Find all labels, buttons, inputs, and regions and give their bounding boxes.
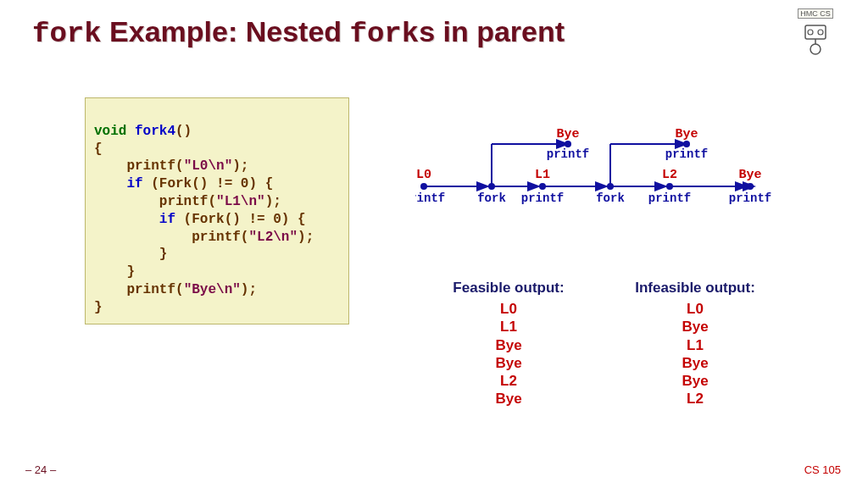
code-t: printf( (94, 158, 184, 174)
code-t: } (94, 300, 103, 315)
svg-point-11 (747, 183, 754, 190)
code-t (94, 176, 126, 191)
code-t: } (94, 264, 135, 280)
svg-point-4 (810, 44, 821, 54)
diag-branch-lbl: Bye (675, 127, 698, 141)
code-t: (Fork() != 0) { (175, 212, 306, 227)
infeasible-val: Bye (602, 318, 788, 336)
diag-lbl: L2 (662, 168, 677, 182)
infeasible-val: L1 (602, 336, 788, 354)
infeasible-val: L2 (602, 390, 788, 408)
code-kw: if (126, 176, 142, 191)
feasible-val: L2 (415, 372, 602, 390)
title-text-2: s in parent (419, 15, 565, 47)
diag-lbl: L1 (535, 168, 550, 182)
diag-branch-lbl: Bye (556, 127, 579, 141)
title-code-2: fork (350, 18, 420, 50)
code-str: "Bye\n" (184, 282, 241, 297)
feasible-hdr: Feasible output: (415, 280, 602, 297)
code-kw: void (94, 124, 126, 139)
feasible-val: L0 (415, 300, 602, 318)
feasible-val: Bye (415, 354, 602, 372)
feasible-val: L1 (415, 318, 602, 336)
diag-lbl: Bye (738, 168, 761, 182)
svg-point-1 (808, 30, 813, 35)
svg-point-19 (565, 141, 571, 147)
slide-title: fork Example: Nested forks in parent (32, 15, 565, 50)
diag-sub: printf (521, 191, 564, 205)
diag-sub: printf (648, 191, 691, 205)
code-t: ); (265, 194, 281, 209)
course-label: CS 105 (804, 463, 841, 476)
code-t: ); (298, 230, 314, 245)
page-number: – 24 – (25, 463, 56, 476)
code-t: ); (232, 158, 248, 174)
diag-sub: fork (477, 191, 506, 205)
diag-sub: fork (596, 191, 625, 205)
hmc-logo: HMC CS (790, 8, 841, 59)
feasible-column: Feasible output: L0 L1 Bye Bye L2 Bye (415, 280, 602, 408)
title-code-1: fork (32, 18, 102, 50)
infeasible-val: Bye (602, 372, 788, 390)
infeasible-column: Infeasible output: L0 Bye L1 Bye Bye L2 (602, 280, 788, 408)
outputs-table: Feasible output: L0 L1 Bye Bye L2 Bye In… (415, 280, 788, 408)
diag-sub: printf (415, 191, 445, 205)
feasible-val: Bye (415, 390, 602, 408)
diag-sub: printf (729, 191, 771, 205)
code-t: (Fork() != 0) { (143, 176, 274, 191)
svg-point-22 (683, 141, 690, 147)
code-block: void fork4() { printf("L0\n"); if (Fork(… (85, 97, 349, 324)
code-t: printf( (94, 194, 216, 209)
diag-branch-sub: printf (665, 147, 708, 161)
code-kw: if (159, 212, 175, 227)
code-t: () (175, 124, 192, 139)
code-t (94, 212, 159, 227)
code-t: printf( (94, 230, 248, 245)
code-str: "L2\n" (248, 230, 298, 245)
code-str: "L1\n" (216, 194, 265, 209)
code-t: } (94, 247, 167, 262)
code-t: ); (241, 282, 257, 297)
feasible-val: Bye (415, 336, 602, 354)
fork-diagram: L0 L1 L2 Bye printf fork printf fork pri… (415, 119, 771, 212)
infeasible-val: Bye (602, 354, 788, 372)
logo-label: HMC CS (798, 8, 833, 19)
diag-branch-sub: printf (547, 147, 589, 161)
code-fn: fork4 (126, 124, 175, 139)
svg-point-2 (818, 30, 823, 35)
title-text-1: Example: Nested (102, 15, 350, 47)
code-t: printf( (94, 282, 184, 297)
infeasible-val: L0 (602, 300, 788, 318)
code-t: { (94, 141, 103, 157)
infeasible-hdr: Infeasible output: (602, 280, 788, 297)
diag-lbl: L0 (416, 168, 431, 182)
code-str: "L0\n" (184, 158, 233, 174)
